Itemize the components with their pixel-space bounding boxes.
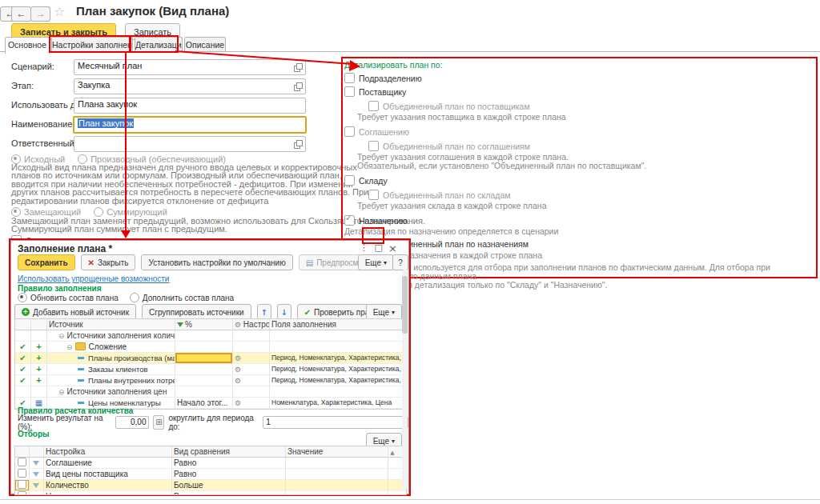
close-icon[interactable]: × <box>388 242 397 254</box>
source-fields-cell: Период, Номенклатура, Характеристика, На… <box>270 375 403 386</box>
source-settings-cell[interactable]: ⚙ <box>233 375 270 386</box>
tree-collapse-icon[interactable]: ⊖ <box>66 343 73 351</box>
move-down-button[interactable]: ↓ <box>277 304 291 320</box>
dialog-scrollbar[interactable] <box>402 270 408 489</box>
source-percent-cell[interactable] <box>175 364 233 374</box>
column-source[interactable]: Источник <box>47 319 175 330</box>
filter-row-3[interactable]: КоличествоБольше <box>15 480 406 491</box>
tab-1[interactable]: Основное <box>5 37 50 54</box>
scroll-up-icon[interactable]: ▲ <box>390 450 394 456</box>
source-row-3[interactable]: ✔+Планы производства (материалы)⚙Период,… <box>15 353 406 364</box>
radio-icon <box>130 293 139 302</box>
source-row-checkbox[interactable] <box>15 330 31 341</box>
choose-icon[interactable] <box>294 140 302 148</box>
group-sources-button[interactable]: Сгруппировать источники <box>142 304 251 320</box>
source-settings-cell[interactable]: ⚙ <box>233 398 270 408</box>
source-settings-cell[interactable]: ⚙ <box>233 353 270 363</box>
dialog-more-button[interactable]: Еще▾ <box>358 254 394 270</box>
source-percent-cell[interactable] <box>175 342 233 352</box>
source-percent-cell[interactable] <box>175 375 233 386</box>
add-source-button[interactable]: +Добавить новый источник <box>14 304 136 320</box>
filter-row-checkbox[interactable] <box>15 458 30 468</box>
dialog-save-button[interactable]: Сохранить <box>18 254 75 270</box>
filter-name: Вид цены поставщика <box>44 469 172 479</box>
source-row-5[interactable]: ✔+Планы внутренних потреблений⚙Период, Н… <box>15 375 406 386</box>
set-default-settings-button[interactable]: Установить настройки по умолчанию <box>141 254 292 270</box>
source-settings-cell[interactable] <box>233 330 270 341</box>
round-period-select[interactable]: 1▾ <box>263 416 408 429</box>
column-setting[interactable]: Настройка <box>44 446 172 457</box>
simplified-mode-link[interactable]: Использовать упрощенные возможности <box>18 274 169 283</box>
tab-3[interactable]: Детализация <box>135 37 183 52</box>
filter-row-2[interactable]: Вид цены поставщикаРавно <box>15 469 406 480</box>
panel-checkbox-9[interactable]: Объединенный план по складам <box>368 190 793 200</box>
panel-checkbox-6[interactable]: Объединенный план по соглашениям <box>368 141 793 151</box>
gear-icon: ⚙ <box>235 354 241 362</box>
source-settings-cell[interactable]: ⚙ <box>233 364 270 374</box>
column-percent[interactable]: % <box>175 319 233 330</box>
source-row-2[interactable]: ✔+⊖Сложение <box>15 342 406 353</box>
percent-input[interactable]: 0,00 <box>115 416 150 429</box>
tab-4[interactable]: Описание <box>184 37 226 52</box>
source-row-6[interactable]: ⊖Источники заполнения цен <box>15 386 406 398</box>
source-percent-cell[interactable] <box>175 386 233 397</box>
fill-rule-radio-group: Обновить состав плана Дополнить состав п… <box>18 293 234 302</box>
gear-icon: ⚙ <box>235 399 241 407</box>
source-row-type-icon: + <box>31 353 47 363</box>
sources-more-button[interactable]: Еще▾ <box>366 304 402 320</box>
choose-icon[interactable] <box>294 63 302 71</box>
forward-button-glyph[interactable]: → <box>30 6 50 22</box>
radio-append-plan[interactable]: Дополнить состав плана <box>130 293 234 302</box>
panel-checkbox-13[interactable]: Объединенный план по назначениям <box>368 238 793 249</box>
tree-collapse-icon[interactable]: ⊖ <box>58 388 65 396</box>
source-dash-icon <box>78 379 84 382</box>
filter-row-1[interactable]: СоглашениеРавно <box>15 458 406 469</box>
dialog-close-button[interactable]: ✕Закрыть <box>81 254 136 270</box>
filter-row-4[interactable]: ЦенаРавно▼ <box>15 491 406 494</box>
filter-row-checkbox[interactable] <box>15 480 30 490</box>
source-row-checkbox[interactable]: ✔ <box>15 353 31 363</box>
source-settings-cell[interactable] <box>233 342 270 352</box>
favorite-star-icon[interactable]: ☆ <box>54 4 65 19</box>
source-row-1[interactable]: ⊖Источники заполнения количества <box>15 330 406 342</box>
column-comparison[interactable]: Вид сравнения <box>172 446 286 457</box>
form-field-4[interactable]: План закупок <box>73 116 307 134</box>
form-field-3[interactable]: Плана закупок <box>74 98 306 114</box>
scrollbar-thumb[interactable] <box>402 276 408 334</box>
source-percent-cell[interactable] <box>175 353 233 363</box>
source-percent-cell[interactable]: Начало этог... <box>175 398 233 408</box>
radio-update-plan[interactable]: Обновить состав плана <box>18 293 119 302</box>
calculator-icon[interactable]: ⊞ <box>153 415 164 430</box>
form-field-2[interactable]: Закупка <box>74 78 306 94</box>
source-row-checkbox[interactable]: ✔ <box>15 364 31 374</box>
source-row-checkbox[interactable]: ✔ <box>15 375 31 386</box>
dialog-help-button[interactable]: ? <box>392 254 408 270</box>
panel-checkbox-8[interactable]: Складу <box>344 175 793 186</box>
column-settings[interactable]: ⚙ Настро... <box>233 319 270 330</box>
panel-checkbox-5[interactable]: Соглашению <box>344 126 793 137</box>
panel-checkbox-11[interactable]: Назначению <box>344 215 793 226</box>
choose-icon[interactable] <box>294 82 302 90</box>
detail-panel-title: Детализировать план по: <box>344 60 793 70</box>
tree-collapse-icon[interactable]: ⊖ <box>58 332 65 340</box>
checkbox-icon <box>368 101 379 111</box>
filter-row-checkbox[interactable] <box>15 469 30 479</box>
filter-row-checkbox[interactable] <box>15 491 30 494</box>
form-label: Использовать для: <box>11 100 74 110</box>
panel-checkbox-1[interactable]: Подразделению <box>344 73 793 83</box>
panel-checkbox-2[interactable]: Поставщику <box>344 86 793 97</box>
source-settings-cell[interactable] <box>233 386 270 397</box>
source-row-checkbox[interactable]: ✔ <box>15 342 31 352</box>
form-field-1[interactable]: Месячный план <box>74 59 306 75</box>
panel-checkbox-3[interactable]: Объединенный план по поставщикам <box>368 101 793 111</box>
back-button-glyph[interactable]: ← <box>11 6 31 22</box>
source-fields-cell: Номенклатура, Характеристика, Цена <box>270 398 403 408</box>
form-field-5[interactable] <box>74 136 306 152</box>
move-up-button[interactable]: ↑ <box>257 304 271 320</box>
tab-2[interactable]: Настройки заполнения <box>51 37 133 52</box>
source-row-4[interactable]: ✔+Заказы клиентов⚙Период, Номенклатура, … <box>15 364 406 375</box>
source-row-checkbox[interactable] <box>15 386 31 397</box>
column-value[interactable]: Значение <box>286 446 388 457</box>
column-fill-fields[interactable]: Поля заполнения <box>270 319 403 330</box>
source-percent-cell[interactable] <box>175 330 233 341</box>
